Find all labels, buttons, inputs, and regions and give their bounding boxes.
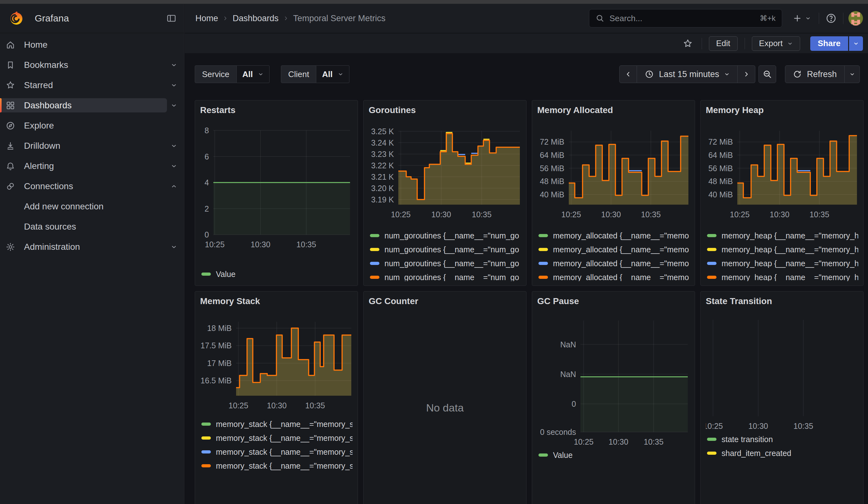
- sidebar-link-data-sources[interactable]: Data sources: [0, 219, 181, 234]
- legend-item[interactable]: memory_allocated {__name__="memo: [537, 270, 690, 281]
- service-variable[interactable]: Service All: [195, 65, 270, 83]
- sidebar-link-add-new-connection[interactable]: Add new connection: [0, 199, 181, 214]
- avatar[interactable]: [848, 11, 863, 25]
- refresh-button[interactable]: Refresh: [785, 65, 845, 83]
- gc-pause-chart[interactable]: NaNNaN00 seconds10:2510:3010:35: [537, 313, 690, 446]
- share-button[interactable]: Share: [810, 36, 848, 51]
- search-input[interactable]: Search... ⌘+k: [589, 9, 782, 28]
- grafana-logo-icon[interactable]: [9, 11, 24, 26]
- legend-item[interactable]: num_goroutines {__name__="num_go: [369, 229, 521, 243]
- panel-state-transition: State Transition 10:2510:3010:35 state t…: [700, 291, 864, 504]
- panel-title[interactable]: Goroutines: [369, 105, 521, 116]
- legend-item[interactable]: num_goroutines {__name__="num_go: [369, 256, 521, 270]
- panel-title[interactable]: State Transition: [706, 296, 858, 307]
- svg-text:6: 6: [205, 152, 209, 161]
- help-button[interactable]: [824, 10, 838, 27]
- favorite-star-button[interactable]: [681, 35, 695, 52]
- state-transition-chart[interactable]: 10:2510:3010:35: [706, 313, 858, 430]
- sidebar-item-administration[interactable]: Administration: [0, 240, 181, 254]
- legend-item[interactable]: num_goroutines {__name__="num_go: [369, 243, 521, 256]
- sidebar-item-explore[interactable]: Explore: [0, 119, 181, 133]
- star-icon: [6, 81, 15, 90]
- svg-text:72 MiB: 72 MiB: [540, 137, 564, 146]
- legend-swatch: [707, 234, 716, 237]
- sidebar-item-home[interactable]: Home: [0, 38, 181, 52]
- refresh-interval-dropdown[interactable]: [845, 65, 860, 83]
- sidebar-item-dashboards[interactable]: Dashboards: [0, 98, 181, 112]
- sidebar-nav: Home Bookmarks Starred Dashboards: [0, 33, 184, 254]
- chevron-down-icon[interactable]: [167, 139, 181, 153]
- client-value-dropdown[interactable]: All: [316, 65, 349, 83]
- sidebar-item-add-new-connection[interactable]: Add new connection: [0, 199, 181, 214]
- legend-item[interactable]: memory_heap {__name__="memory_h: [706, 256, 858, 270]
- export-button[interactable]: Export: [752, 36, 800, 51]
- sidebar-link-dashboards[interactable]: Dashboards: [0, 98, 167, 112]
- share-menu-button[interactable]: [849, 36, 863, 51]
- chevron-up-icon[interactable]: [167, 179, 181, 193]
- panel-title[interactable]: Restarts: [200, 105, 353, 116]
- legend-item[interactable]: memory_heap {__name__="memory_h: [706, 243, 858, 256]
- panel-title[interactable]: Memory Stack: [200, 296, 353, 307]
- sidebar-link-starred[interactable]: Starred: [0, 78, 167, 92]
- legend-item[interactable]: memory_allocated {__name__="memo: [537, 256, 690, 270]
- legend-item[interactable]: num_goroutines {__name__="num_go: [369, 270, 521, 281]
- legend-item[interactable]: Value: [200, 267, 353, 281]
- legend-item[interactable]: memory_allocated {__name__="memo: [537, 229, 690, 243]
- legend-item[interactable]: memory_heap {__name__="memory_h: [706, 229, 858, 243]
- sidebar-item-connections[interactable]: Connections: [0, 179, 181, 193]
- chevron-down-icon[interactable]: [167, 58, 181, 72]
- dashboard-canvas: Service All Client All Last 15 minutes: [185, 54, 868, 504]
- chevron-down-icon[interactable]: [167, 159, 181, 173]
- chevron-down-icon[interactable]: [167, 78, 181, 92]
- add-new-button[interactable]: [790, 10, 814, 27]
- panel-title[interactable]: GC Pause: [537, 296, 690, 307]
- sidebar-link-bookmarks[interactable]: Bookmarks: [0, 58, 167, 72]
- legend-label: memory_allocated {__name__="memo: [553, 259, 689, 268]
- memory-heap-chart[interactable]: 72 MiB64 MiB56 MiB48 MiB40 MiB10:2510:30…: [706, 123, 858, 217]
- share-split-button: Share: [810, 36, 863, 51]
- sidebar-item-bookmarks[interactable]: Bookmarks: [0, 58, 181, 72]
- breadcrumb-dashboards[interactable]: Dashboards: [232, 13, 279, 23]
- chevron-down-icon[interactable]: [167, 99, 181, 112]
- legend-item[interactable]: Value: [537, 448, 690, 462]
- sidebar-link-administration[interactable]: Administration: [0, 240, 167, 254]
- legend-item[interactable]: memory_stack {__name__="memory_s: [200, 459, 353, 473]
- restarts-chart[interactable]: 0246810:2510:3010:35: [200, 123, 353, 249]
- sidebar-link-home[interactable]: Home: [0, 38, 181, 52]
- sidebar-link-explore[interactable]: Explore: [0, 119, 181, 133]
- time-range-picker[interactable]: Last 15 minutes: [637, 65, 738, 83]
- restarts-legend: Value: [200, 267, 353, 281]
- active-accent-bar: [0, 98, 2, 112]
- legend-item[interactable]: memory_stack {__name__="memory_s: [200, 431, 353, 445]
- sidebar-toggle-icon[interactable]: [166, 13, 176, 23]
- zoom-out-button[interactable]: [758, 65, 776, 83]
- goroutines-chart[interactable]: 3.25 K3.24 K3.23 K3.22 K3.21 K3.20 K3.19…: [369, 123, 521, 217]
- edit-button[interactable]: Edit: [709, 36, 738, 51]
- breadcrumb-home[interactable]: Home: [195, 13, 218, 23]
- sidebar-item-alerting[interactable]: Alerting: [0, 159, 181, 173]
- legend-item[interactable]: shard_item_created: [706, 446, 858, 460]
- sidebar-link-drilldown[interactable]: Drilldown: [0, 138, 167, 153]
- panel-title[interactable]: GC Counter: [369, 296, 521, 307]
- legend-item[interactable]: state transition: [706, 432, 858, 446]
- memory-stack-chart[interactable]: 18 MiB17.5 MiB17 MiB16.5 MiB10:2510:3010…: [200, 313, 353, 408]
- legend-item[interactable]: memory_allocated {__name__="memo: [537, 243, 690, 256]
- legend-item[interactable]: memory_stack {__name__="memory_s: [200, 445, 353, 459]
- time-shift-back-button[interactable]: [619, 65, 637, 83]
- memory-allocated-chart[interactable]: 72 MiB64 MiB56 MiB48 MiB40 MiB10:2510:30…: [537, 123, 690, 217]
- time-shift-forward-button[interactable]: [738, 65, 755, 83]
- legend-item[interactable]: memory_heap {__name__="memory_h: [706, 270, 858, 281]
- clock-icon: [644, 70, 654, 79]
- service-value-dropdown[interactable]: All: [237, 65, 270, 83]
- sidebar-item-data-sources[interactable]: Data sources: [0, 219, 181, 234]
- sidebar-item-starred[interactable]: Starred: [0, 78, 181, 92]
- sidebar-link-connections[interactable]: Connections: [0, 179, 167, 193]
- panel-title[interactable]: Memory Allocated: [537, 105, 690, 116]
- panel-title[interactable]: Memory Heap: [706, 105, 858, 116]
- legend-item[interactable]: memory_stack {__name__="memory_s: [200, 417, 353, 431]
- client-variable[interactable]: Client All: [281, 65, 349, 83]
- chevron-down-icon[interactable]: [167, 240, 181, 254]
- legend-swatch: [538, 453, 548, 457]
- sidebar-item-drilldown[interactable]: Drilldown: [0, 138, 181, 153]
- sidebar-link-alerting[interactable]: Alerting: [0, 159, 167, 173]
